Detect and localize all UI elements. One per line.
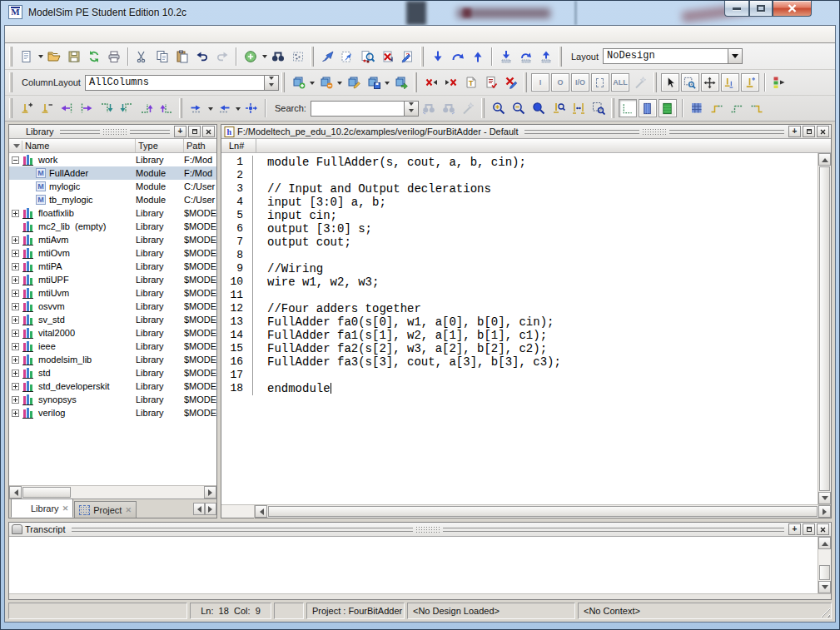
panel-drag-lines[interactable] xyxy=(72,527,413,533)
add-cursor-button[interactable] xyxy=(17,98,37,118)
panel-close-button[interactable] xyxy=(202,126,215,137)
menu-item[interactable] xyxy=(143,32,157,36)
table-row[interactable]: std Library $MODE xyxy=(9,366,216,379)
wave-cursor-link-toggle[interactable] xyxy=(619,99,637,117)
cut-button[interactable] xyxy=(132,47,152,67)
step-over-button[interactable] xyxy=(448,47,468,67)
toolbar-grip[interactable] xyxy=(281,72,285,92)
copy-button[interactable] xyxy=(152,47,172,67)
scroll-down-button[interactable] xyxy=(818,581,831,593)
scrollbar-thumb[interactable] xyxy=(268,506,818,517)
remove-column-button[interactable] xyxy=(316,72,336,92)
table-row[interactable]: modelsim_lib Library $MODE xyxy=(9,353,216,366)
toolbar-grip[interactable] xyxy=(559,47,562,67)
tree-expander[interactable] xyxy=(12,356,19,364)
compile-all-button[interactable] xyxy=(338,47,358,67)
tree-expander[interactable] xyxy=(12,250,19,257)
add-column-button[interactable] xyxy=(289,72,309,92)
toolbar-grip[interactable] xyxy=(9,72,12,92)
find-button[interactable] xyxy=(268,47,288,67)
toolbar-grip[interactable] xyxy=(420,47,424,67)
layout-combobox[interactable]: NoDesign xyxy=(603,48,743,64)
save-column-layout-button[interactable] xyxy=(364,72,384,92)
table-row[interactable]: mtiPA Library $MODE xyxy=(9,260,216,273)
code-line[interactable]: 7 output cout; xyxy=(221,236,818,249)
toolbar-grip[interactable] xyxy=(9,47,12,67)
table-row[interactable]: verilog Library $MODE xyxy=(9,406,216,419)
wave-pattern-button[interactable] xyxy=(687,98,707,118)
search-combobox[interactable] xyxy=(311,101,419,117)
column-header-type[interactable]: Type xyxy=(136,139,184,152)
zoom-out-button[interactable] xyxy=(509,98,529,118)
scroll-left-button[interactable] xyxy=(255,505,267,518)
scrollbar-thumb[interactable] xyxy=(22,487,71,498)
tree-expander[interactable] xyxy=(12,383,19,390)
table-row[interactable]: vital2000 Library $MODE xyxy=(9,326,216,340)
print-button[interactable] xyxy=(104,47,124,67)
step-out-current-button[interactable] xyxy=(536,47,556,67)
code-line[interactable]: 2 xyxy=(221,169,818,182)
editor-panel-header[interactable]: h F:/Modeltech_pe_edu_10.2c/examples/ver… xyxy=(221,125,831,139)
maximize-button[interactable] xyxy=(749,1,773,17)
library-tree[interactable]: work Library F:/Mod FullAdder Module F:/… xyxy=(9,153,216,485)
code-line[interactable]: 5 input cin; xyxy=(221,209,818,222)
show-inouts-toggle[interactable]: I/O xyxy=(571,73,589,92)
step-out-button[interactable] xyxy=(468,47,488,67)
tab-project[interactable]: Project xyxy=(74,501,137,518)
show-all-toggle[interactable]: ALL xyxy=(611,73,629,92)
close-button[interactable] xyxy=(773,1,812,17)
scroll-left-button[interactable] xyxy=(9,486,22,499)
table-row[interactable]: mtiUPF Library $MODE xyxy=(9,273,216,286)
code-line[interactable]: 15 FullAdder fa2(s[2], w3, a[2], b[2], c… xyxy=(221,342,818,355)
edit-column-button[interactable] xyxy=(344,72,364,92)
title-bar[interactable]: M ModelSim PE Student Edition 10.2c xyxy=(1,1,839,25)
collapse-time-dropdown[interactable] xyxy=(206,99,214,117)
editor-horizontal-scrollbar[interactable] xyxy=(221,504,831,518)
add-object-dropdown[interactable] xyxy=(261,47,268,66)
wave-signal-green-toggle[interactable] xyxy=(659,99,677,117)
add-column-dropdown[interactable] xyxy=(309,73,316,92)
zoom-cursor-button[interactable] xyxy=(549,98,569,118)
menu-item[interactable] xyxy=(23,32,37,36)
code-line[interactable]: 18 endmodule xyxy=(221,382,818,395)
code-line[interactable]: 17 xyxy=(221,369,818,382)
insert-cursor-mode-toggle[interactable] xyxy=(721,73,739,92)
menu-item[interactable] xyxy=(63,32,77,36)
panel-drag-lines[interactable] xyxy=(130,129,170,135)
apply-column-layout-button[interactable] xyxy=(391,72,411,92)
menu-item[interactable] xyxy=(103,32,117,36)
step-into-button[interactable] xyxy=(428,47,448,67)
panel-undock-button[interactable] xyxy=(188,126,201,137)
object-palette-button[interactable] xyxy=(769,72,789,92)
tab-close-icon[interactable] xyxy=(62,504,69,513)
expand-time-dropdown[interactable] xyxy=(234,99,241,117)
table-row[interactable]: mc2_lib (empty) Library $MODE xyxy=(9,220,216,233)
column-header-path[interactable]: Path xyxy=(184,139,216,152)
toolbar-grip[interactable] xyxy=(481,98,485,118)
library-panel-header[interactable]: Library + xyxy=(9,125,216,139)
transcript-vertical-scrollbar[interactable] xyxy=(818,537,831,593)
column-header-name[interactable]: Name xyxy=(9,139,136,152)
toolbar-grip[interactable] xyxy=(524,72,527,92)
tree-expander[interactable] xyxy=(12,409,19,417)
library-horizontal-scrollbar[interactable] xyxy=(9,485,216,499)
undo-button[interactable] xyxy=(192,47,212,67)
simulation-help-button[interactable]: ? xyxy=(398,47,418,67)
tree-expander[interactable] xyxy=(12,330,19,337)
table-row[interactable]: synopsys Library $MODE xyxy=(9,393,216,406)
editor-vertical-scrollbar[interactable] xyxy=(818,153,831,504)
layout-value[interactable]: NoDesign xyxy=(603,48,728,64)
column-layout-combobox[interactable]: AllColumns xyxy=(85,75,279,91)
table-row[interactable]: osvvm Library $MODE xyxy=(9,300,216,313)
insert-page-button[interactable]: T xyxy=(461,72,481,92)
code-editor[interactable]: 1 module FullAdder(s, cout, a, b, cin); … xyxy=(221,153,818,504)
new-file-dropdown[interactable] xyxy=(37,47,44,66)
table-row[interactable]: mylogic Module C:/User xyxy=(9,180,216,193)
code-line[interactable]: 16 FullAdder fa3(s[3], cout, a[3], b[3],… xyxy=(221,355,818,369)
compile-button[interactable] xyxy=(318,47,338,67)
tabs-scroll-left-button[interactable] xyxy=(193,503,205,515)
panel-drag-grip[interactable] xyxy=(642,128,667,135)
table-row[interactable]: tb_mylogic Module C:/User xyxy=(9,193,216,206)
panel-drag-lines[interactable] xyxy=(524,129,639,135)
table-row[interactable]: ieee Library $MODE xyxy=(9,340,216,353)
